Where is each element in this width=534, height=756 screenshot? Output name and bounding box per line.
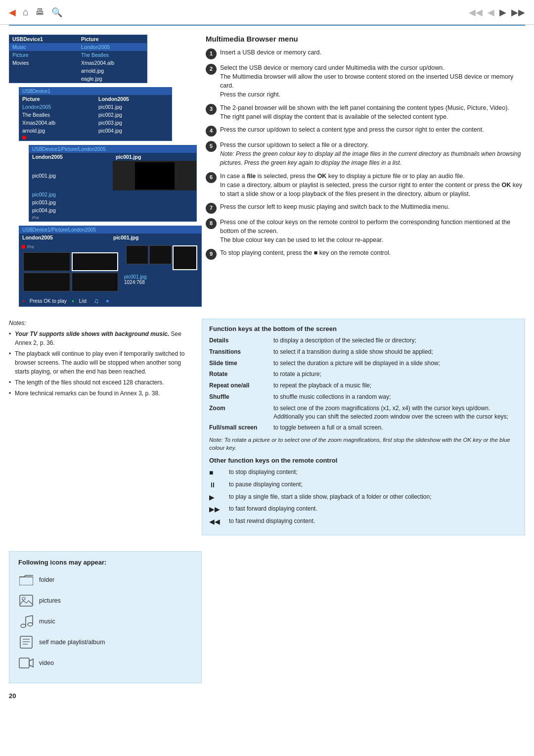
fk-row-shuffle: Shuffle to shuffle music collections in … <box>209 393 518 401</box>
svg-marker-13 <box>29 659 33 667</box>
skip-fwd-icon[interactable]: ▶▶ <box>511 7 525 18</box>
thumb-3 <box>23 273 70 291</box>
ss4-list: Pre <box>19 241 122 295</box>
thumb-4 <box>72 273 119 291</box>
ss4-bullet-row: Pre <box>21 243 120 250</box>
prev-icon[interactable]: ◀ <box>488 7 494 18</box>
thumb-2 <box>72 252 119 271</box>
home-icon[interactable]: ⌂ <box>23 6 29 18</box>
ss1-r2c2: The Beatles <box>78 51 147 59</box>
ss4-header: London2005 pic001.jpg <box>19 234 201 241</box>
icon-row-music: music <box>18 614 192 629</box>
playlist-icon <box>18 634 34 650</box>
fk-key-slidetime: Slide time <box>209 359 273 368</box>
svg-rect-1 <box>20 595 33 606</box>
list-num-2: 2 <box>206 64 217 75</box>
ss3-col1: London2005 <box>29 153 113 161</box>
next-icon[interactable]: ▶ <box>499 7 506 18</box>
folder-label: folder <box>39 576 54 583</box>
fk-key-rotate: Rotate <box>209 370 273 378</box>
fk-other-title: Other function keys on the remote contro… <box>209 457 518 464</box>
fk-icon-pause: ⏸ <box>209 480 229 490</box>
fk-other-pause: ⏸ to pause displaying content; <box>209 480 518 490</box>
ss2-r4c1: arnold.jpg <box>19 127 95 135</box>
ss3-row2: pic002.jpg <box>29 190 196 198</box>
fk-row-fullscreen: Full/small screen to toggle between a fu… <box>209 424 518 432</box>
list-item-5: 5 Press the cursor up/down to select a f… <box>206 141 525 168</box>
fk-other-ffwd: ▶▶ to fast forward displaying content. <box>209 505 518 515</box>
ss1-row3: Movies Xmas2004.alb <box>9 59 147 67</box>
screenshot-4: USBDevice1/Picture/London2005 London2005… <box>19 226 202 307</box>
ss2-row4: arnold.jpg pic004.jpg <box>19 127 172 135</box>
icon-row-folder: folder <box>18 572 192 588</box>
ss3-r2c1: pic002.jpg <box>29 190 196 198</box>
fk-row-slidetime: Slide time to select the duration a pict… <box>209 359 518 368</box>
fk-desc-shuffle: to shuffle music collections in a random… <box>273 393 518 401</box>
fk-icon-stop: ■ <box>209 468 229 478</box>
fk-title: Function keys at the bottom of the scree… <box>209 325 518 332</box>
ss3-r1c2 <box>113 161 196 190</box>
ss3-pre-label: Pre <box>32 215 39 220</box>
list-item-6: 6 In case a file is selected, press the … <box>206 172 525 198</box>
ss4-col1: London2005 <box>19 234 110 241</box>
list-item-8: 8 Press one of the colour keys on the re… <box>206 218 525 244</box>
fk-desc-zoom: to select one of the zoom magnifications… <box>273 404 518 421</box>
ss4-dot-green: ● <box>72 299 74 303</box>
pictures-label: pictures <box>39 597 61 604</box>
fk-key-details: Details <box>209 336 273 345</box>
skip-back-icon[interactable]: ◀◀ <box>469 7 483 18</box>
top-nav: ◀ ⌂ 🖶 🔍 ◀◀ ◀ ▶ ▶▶ <box>0 0 534 25</box>
ss1-r3c1: Movies <box>9 59 78 67</box>
fk-icon-rwd: ◀◀ <box>209 517 229 527</box>
list-item-3: 3 The 2-panel browser will be shown with… <box>206 103 525 121</box>
ss3-r3c1: pic003.jpg <box>29 198 196 206</box>
svg-rect-0 <box>19 577 33 585</box>
ss2-bullet <box>22 136 26 140</box>
print-icon[interactable]: 🖶 <box>36 7 44 17</box>
svg-point-2 <box>22 597 25 600</box>
fk-desc-fullscreen: to toggle between a full or a small scre… <box>273 424 518 432</box>
main-content: USBDevice1 Picture Music London2005 Pict… <box>0 26 534 307</box>
fk-other-desc-rwd: to fast rewind displaying content. <box>229 517 518 525</box>
ss3-row1: pic001.jpg <box>29 161 196 190</box>
thumb-7 <box>173 245 197 270</box>
ss2-row2: The Beatles pic002.jpg <box>19 111 172 119</box>
icons-section: Following icons may appear: folder pictu… <box>0 544 534 688</box>
ss2-r1c1: London2005 <box>19 103 95 111</box>
ss2-row3: Xmas2004.alb pic003.jpg <box>19 119 172 127</box>
search-icon[interactable]: 🔍 <box>51 7 62 18</box>
screenshot-2: USBDevice1 Picture London2005 London2005… <box>19 87 172 141</box>
page-number: 20 <box>0 688 534 704</box>
ss1-row4: arnold.jpg <box>9 67 147 75</box>
thumb-6 <box>149 245 172 264</box>
screenshot-1: USBDevice1 Picture Music London2005 Pict… <box>9 35 147 83</box>
ss1-r1c1: Music <box>9 43 78 51</box>
ss2-r3c2: pic003.jpg <box>95 119 172 127</box>
list-num-7: 7 <box>206 203 217 214</box>
list-item-7: 7 Press the cursor left to keep music pl… <box>206 202 525 214</box>
fk-icon-ffwd: ▶▶ <box>209 505 229 515</box>
ss2-r3c1: Xmas2004.alb <box>19 119 95 127</box>
ss4-bullet <box>21 245 25 249</box>
svg-rect-12 <box>19 658 29 668</box>
ss2-bullet-row <box>19 135 172 141</box>
ss4-right: pic001.jpg 1024:768 <box>122 241 201 295</box>
list-num-3: 3 <box>206 104 217 115</box>
notes-panel: Notes: Your TV supports slide shows with… <box>9 319 202 400</box>
list-item-1: 1 Insert a USB device or memory card. <box>206 48 525 59</box>
icon-row-video: video <box>18 655 192 671</box>
list-item-4: 4 Press the cursor up/down to select a c… <box>206 125 525 137</box>
ss3-path: USBDevice1/Picture/London2005 <box>29 145 196 153</box>
ss3-bullet-row: Pre <box>29 214 196 221</box>
fk-row-transitions: Transitions to select if a transition du… <box>209 348 518 356</box>
thumb-5 <box>126 245 148 264</box>
ss3-col2: pic001.jpg <box>113 153 196 161</box>
ss3-row3: pic003.jpg <box>29 198 196 206</box>
svg-point-4 <box>28 623 33 626</box>
ss3-header: London2005 pic001.jpg <box>29 153 196 161</box>
ss2-r2c2: pic002.jpg <box>95 111 172 119</box>
fk-other-desc-pause: to pause displaying content; <box>229 480 518 489</box>
fk-key-shuffle: Shuffle <box>209 393 273 401</box>
back-icon[interactable]: ◀ <box>9 7 16 18</box>
fk-row-rotate: Rotate to rotate a picture; <box>209 370 518 378</box>
